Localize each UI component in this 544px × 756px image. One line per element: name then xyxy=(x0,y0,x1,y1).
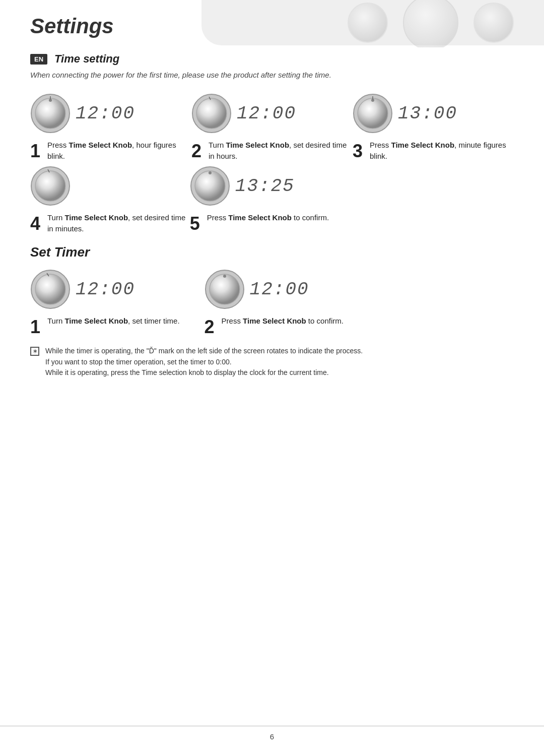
knob-icon-4 xyxy=(30,166,71,206)
knob-icon-2 xyxy=(191,93,232,134)
page-title: Settings xyxy=(30,14,514,38)
step-2-number: 2 xyxy=(191,141,207,162)
step-1-number: 1 xyxy=(30,141,45,162)
timer-knob-icon-2 xyxy=(205,269,245,309)
step-4-number: 4 xyxy=(30,213,45,234)
timer-note-1: While the timer is operating, the "Ď" ma… xyxy=(45,347,363,355)
svg-point-12 xyxy=(35,171,65,201)
set-timer-title: Set Timer xyxy=(30,244,514,260)
time-setting-steps-row2: 4 Turn Time Select Knob, set desired tim… xyxy=(30,166,514,234)
step-1-info: 1 Press Time Select Knob, hour figures b… xyxy=(30,140,191,162)
step-2-text: Turn Time Select Knob, set desired time … xyxy=(209,140,353,162)
timer-step-2-text: Press Time Select Knob to confirm. xyxy=(222,316,344,327)
timer-step-2-display: 12:00 xyxy=(250,279,309,300)
spacer xyxy=(364,166,514,234)
timer-note-2: If you want to stop the timer operation,… xyxy=(45,358,232,366)
timer-steps-row: 12:00 1 Turn Time Select Knob, set timer… xyxy=(30,269,514,338)
timer-knob-icon-1 xyxy=(30,269,71,309)
timer-note-texts: While the timer is operating, the "Ď" ma… xyxy=(45,346,363,379)
timer-step-1-info: 1 Turn Time Select Knob, set timer time. xyxy=(30,316,205,338)
knob-icon-5 xyxy=(190,166,230,206)
step-3: 13:00 3 Press Time Select Knob, minute f… xyxy=(353,93,514,162)
set-timer-section: Set Timer xyxy=(30,244,514,379)
page-number: 6 xyxy=(270,732,274,741)
timer-notes: ✶ While the timer is operating, the "Ď" … xyxy=(30,346,514,379)
header-section: Settings xyxy=(0,0,544,47)
step-3-display: 13:00 xyxy=(398,103,457,124)
step-5-display: 13:25 xyxy=(235,176,295,197)
svg-point-5 xyxy=(196,98,227,129)
time-setting-title: Time setting xyxy=(54,52,119,66)
step-5-info: 5 Press Time Select Knob to confirm. xyxy=(190,212,364,234)
step-4-text: Turn Time Select Knob, set desired time … xyxy=(47,212,190,234)
step-4-info: 4 Turn Time Select Knob, set desired tim… xyxy=(30,212,190,234)
step-3-info: 3 Press Time Select Knob, minute figures… xyxy=(353,140,514,162)
step-2-display: 12:00 xyxy=(237,103,296,124)
knob-icon-1 xyxy=(30,93,71,134)
step-2-info: 2 Turn Time Select Knob, set desired tim… xyxy=(191,140,353,162)
timer-step-2-info: 2 Press Time Select Knob to confirm. xyxy=(205,316,379,338)
timer-step-1: 12:00 1 Turn Time Select Knob, set timer… xyxy=(30,269,205,338)
step-5: 13:25 5 Press Time Select Knob to confir… xyxy=(190,166,364,234)
timer-step-2-number: 2 xyxy=(205,317,220,338)
page-wrapper: Settings EN Time setting When connecting… xyxy=(0,0,544,756)
svg-point-15 xyxy=(195,171,225,201)
svg-point-22 xyxy=(223,275,226,278)
step-1-text: Press Time Select Knob, hour figures bli… xyxy=(47,140,191,162)
timer-step-2: 12:00 2 Press Time Select Knob to confir… xyxy=(205,269,379,338)
step-1: 12:00 1 Press Time Select Knob, hour fig… xyxy=(30,93,191,162)
svg-point-21 xyxy=(210,274,240,304)
svg-point-16 xyxy=(209,171,212,174)
step-5-text: Press Time Select Knob to confirm. xyxy=(207,212,329,223)
page-footer: 6 xyxy=(0,726,544,741)
timer-note-3: While it is operating, press the Time se… xyxy=(45,368,329,376)
svg-point-1 xyxy=(35,98,65,129)
time-setting-subtitle: When connecting the power for the first … xyxy=(30,71,514,79)
timer-note-icon: ✶ xyxy=(30,347,39,356)
svg-point-18 xyxy=(35,274,65,304)
step-2: 12:00 2 Turn Time Select Knob, set desir… xyxy=(191,93,353,162)
step-1-display: 12:00 xyxy=(76,103,135,124)
timer-step-1-number: 1 xyxy=(30,317,45,338)
step-4: 4 Turn Time Select Knob, set desired tim… xyxy=(30,166,190,234)
lang-badge: EN xyxy=(30,54,47,65)
knob-icon-3 xyxy=(353,93,393,134)
step-3-text: Press Time Select Knob, minute figures b… xyxy=(370,140,514,162)
time-setting-header: EN Time setting xyxy=(30,52,514,66)
step-3-number: 3 xyxy=(353,141,368,162)
time-setting-steps-row1: 12:00 1 Press Time Select Knob, hour fig… xyxy=(30,93,514,162)
timer-spacer xyxy=(378,269,514,338)
step-5-number: 5 xyxy=(190,213,205,234)
timer-step-1-text: Turn Time Select Knob, set timer time. xyxy=(47,316,180,327)
svg-point-8 xyxy=(358,98,388,129)
main-content: EN Time setting When connecting the powe… xyxy=(0,47,544,399)
timer-step-1-display: 12:00 xyxy=(76,279,135,300)
